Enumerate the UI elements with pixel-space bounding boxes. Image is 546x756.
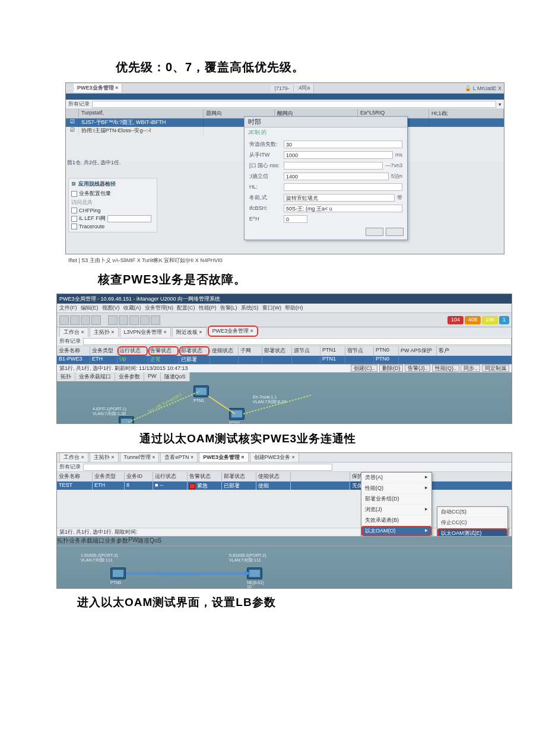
h-aps[interactable]: PW APS保护 [399,346,437,356]
h-alarm[interactable]: 告警状态 [148,346,179,356]
sm-stop-cc[interactable]: 停止CC(C) [437,518,507,528]
f3-input[interactable] [284,162,383,170]
h-deploy[interactable]: 部署状态 [222,472,256,481]
filter-dropdown-icon[interactable]: ▾ [496,101,504,108]
menu-item[interactable]: 系统(S) [241,304,259,312]
h-ptn0[interactable]: PTN0 [374,346,399,356]
tab-topo[interactable]: 主拓扑 × [90,327,119,337]
subtab-qos[interactable]: 隧道QoS [161,372,190,381]
toolbar-icon[interactable] [81,315,90,325]
tab-create-pwe3[interactable]: 创建PWE3业务 × [250,452,299,462]
tab-pwe3-active[interactable]: PWE3业务管理 × [208,326,258,337]
mi-fail[interactable]: 失效承诺表(B) [361,515,431,526]
row-checkbox[interactable]: ☑ [66,127,79,135]
mi-tunnel[interactable]: 查看Tunnel(T) [361,588,431,589]
tab-pwe3[interactable]: PWE3业务管理 × [74,84,122,92]
h-type[interactable]: 业务类型 [90,346,118,356]
topology-pane[interactable]: PTN0 NE(8-61) 10 1-818S0-2(PORT-2) VLAN:… [57,546,512,589]
checkbox-icon[interactable] [71,208,77,213]
filter-input[interactable] [92,101,496,108]
h-ptn1[interactable]: PTN1 [320,346,345,356]
btn-sync[interactable]: 同步.. [461,365,480,372]
menu-item[interactable]: 性能(P) [199,304,217,312]
text-field[interactable] [107,215,151,222]
col-1[interactable]: Turpstatf, [79,109,204,118]
f1-input[interactable]: 30 [284,141,402,148]
tab-center[interactable]: |7179- [271,85,293,92]
menu-item[interactable]: 收藏(A) [123,304,141,312]
h-enable[interactable]: 使能状态 [256,472,291,481]
tab-right-link[interactable]: 🔓 L MrUatiE X [462,85,504,92]
node-ptn[interactable] [119,416,134,424]
dialog-ok-button[interactable] [366,228,383,236]
row-checkbox[interactable]: ☑ [66,119,79,127]
h-customer[interactable]: 客户 [437,346,512,356]
chk-line[interactable]: Traceroute [71,223,154,230]
filter-input[interactable] [83,464,332,471]
h-enable[interactable]: 使能状态 [210,346,239,356]
tab-eptn[interactable]: 查看ePTN × [160,452,198,462]
alarm-pill-critical[interactable]: 104 [447,316,464,324]
menu-item[interactable]: 业务管理(N) [145,304,174,312]
h-subnet[interactable]: 子网 [239,346,262,356]
menu-item[interactable]: 帮助(H) [285,304,303,312]
node-ne[interactable] [247,567,262,579]
h-run[interactable]: 运行状态 [153,472,188,481]
checkbox-icon[interactable] [71,224,77,229]
toolbar-icon[interactable] [59,315,69,325]
toolbar-icon[interactable] [140,315,150,325]
subtab-port[interactable]: 业务承载端口 [75,372,115,381]
tab-blank[interactable] [66,88,74,89]
toolbar-icon[interactable] [129,315,139,325]
toolbar-icon[interactable] [119,315,128,325]
h-name[interactable]: 业务名称 [57,346,90,356]
checkbox-icon[interactable] [71,191,77,197]
toolbar-icon[interactable] [151,315,160,325]
topology-pane[interactable]: 拓扑 业务承载端口 业务参数 PW 隧道QoS PTN1 PTN0 PTN Sr… [57,372,512,424]
h-name[interactable]: 业务名称 [57,472,93,481]
h-dst[interactable]: 宿节点 [345,346,374,356]
chk-line[interactable]: 业务配置包量 [71,189,154,198]
h-id[interactable]: 业务ID [125,472,153,481]
h-src[interactable]: 源节点 [292,346,320,356]
mi-perf[interactable]: 性能(Q)▸ [361,483,431,494]
mi-eth-oam[interactable]: 以太OAM(O)▸ [361,526,431,537]
group-header[interactable]: ⛭ 应用脱线器检径 [71,180,154,188]
alarm-pill-major[interactable]: 408 [465,316,481,324]
menu-item[interactable]: 文件(F) [59,304,77,312]
h-alarm[interactable]: 告警状态 [188,472,222,481]
f8-input[interactable]: 0 [284,215,307,223]
col-5[interactable]: HI;1酉; [429,109,504,118]
node-ptn0[interactable] [110,567,126,579]
btn-create[interactable]: 创建(C).. [351,365,378,372]
toolbar-icon[interactable] [108,315,118,325]
h-runstate[interactable]: 运行状态 [118,346,148,356]
h-type[interactable]: 业务类型 [93,472,125,481]
grid-row[interactable]: TEST ETH 8 ■ -- 紧急 已部署 使能 无保护 [57,481,512,490]
mi-browse[interactable]: 浏览(J)▸ [361,505,431,515]
chk-line[interactable]: CHFPing [71,207,154,214]
h-deploy[interactable]: 部署状态 [179,346,210,356]
tab-l3vpn[interactable]: L3VPN业务管理 × [120,327,171,337]
btn-perf[interactable]: 性能(Q).. [432,365,459,372]
dialog-cancel-button[interactable] [386,228,404,236]
alarm-pill-minor[interactable]: 106 [482,316,498,324]
f2-input[interactable]: 1000 [284,151,393,159]
h-deploy2[interactable]: 部署状态 [262,346,292,356]
col-checkbox[interactable] [66,109,79,118]
node-ptn0[interactable] [229,408,245,420]
grid-row[interactable]: B1-PWE3 ETH Up 正常 已部署 PTN1 PTN0 [57,356,512,364]
mi-deploy[interactable]: 部署业务组(D) [361,494,431,505]
f5-input[interactable] [284,183,402,191]
btn-custom[interactable]: 同定制属 [482,365,509,372]
subtab-param[interactable]: 业务参数 [115,372,144,381]
btn-alarm[interactable]: 告警(J).. [405,365,431,372]
toolbar-icon[interactable] [70,315,80,325]
menu-item[interactable]: 告警(L) [220,304,237,312]
menu-item[interactable]: 配置(C) [177,304,195,312]
tab-workspace[interactable]: 工作台 × [59,327,88,337]
sm-auto-cc[interactable]: 自动CC(S) [437,507,507,518]
chk-line[interactable]: iL LEF FI网 [71,214,154,223]
btn-delete[interactable]: 删除(D) [379,365,404,372]
menu-item[interactable]: 编辑(E) [81,304,99,312]
